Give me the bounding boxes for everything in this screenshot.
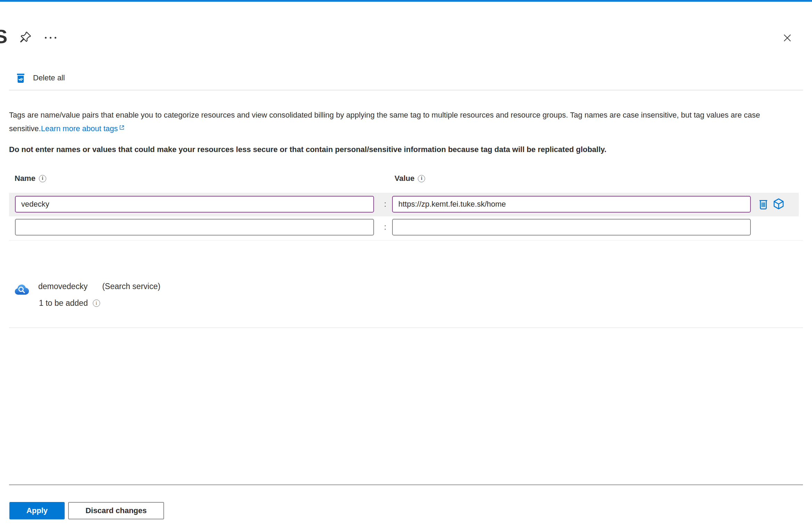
delete-all-icon bbox=[15, 73, 26, 83]
close-button[interactable] bbox=[781, 32, 793, 44]
more-options-button[interactable] bbox=[42, 35, 58, 40]
tags-description: Tags are name/value pairs that enable yo… bbox=[9, 109, 806, 135]
tags-warning: Do not enter names or values that could … bbox=[9, 144, 806, 156]
value-info-icon[interactable]: i bbox=[418, 175, 425, 182]
learn-more-link[interactable]: Learn more about tags bbox=[41, 124, 118, 133]
top-accent-bar bbox=[0, 0, 812, 2]
discard-changes-button[interactable]: Discard changes bbox=[68, 502, 164, 519]
name-column-header: Name i bbox=[15, 174, 46, 183]
toolbar-divider bbox=[9, 90, 803, 90]
resource-status-label: 1 to be added bbox=[39, 298, 88, 308]
tag-value-input[interactable] bbox=[392, 196, 751, 213]
resource-divider bbox=[9, 327, 803, 328]
footer-divider bbox=[9, 484, 803, 485]
pin-button[interactable] bbox=[18, 30, 33, 45]
search-service-icon bbox=[14, 282, 31, 297]
trash-icon bbox=[757, 198, 769, 211]
delete-tag-button[interactable] bbox=[757, 197, 770, 211]
external-link-icon bbox=[119, 121, 125, 134]
value-header-label: Value bbox=[395, 174, 414, 183]
delete-all-button[interactable]: Delete all bbox=[15, 71, 65, 85]
resource-type: (Search service) bbox=[102, 282, 160, 291]
close-icon bbox=[782, 33, 793, 43]
new-tag-name-input[interactable] bbox=[15, 219, 374, 236]
page-title-partial: S bbox=[0, 25, 7, 48]
name-value-separator: : bbox=[381, 223, 389, 232]
ellipsis-icon bbox=[45, 37, 47, 39]
ellipsis-icon bbox=[50, 37, 51, 39]
apply-button[interactable]: Apply bbox=[9, 502, 65, 519]
rows-divider bbox=[9, 240, 803, 241]
delete-all-label: Delete all bbox=[33, 73, 65, 82]
ellipsis-icon bbox=[55, 37, 56, 39]
value-column-header: Value i bbox=[395, 174, 425, 183]
name-header-label: Name bbox=[15, 174, 35, 183]
cube-icon bbox=[772, 197, 785, 211]
tag-name-input[interactable] bbox=[15, 196, 374, 213]
name-info-icon[interactable]: i bbox=[39, 175, 46, 182]
new-tag-value-input[interactable] bbox=[392, 219, 751, 236]
resource-tag-button[interactable] bbox=[772, 197, 785, 211]
resource-summary: demovedecky (Search service) bbox=[14, 282, 160, 297]
name-value-separator: : bbox=[381, 200, 389, 209]
resource-name: demovedecky bbox=[38, 282, 88, 291]
status-info-icon[interactable]: i bbox=[93, 300, 100, 307]
pin-icon bbox=[18, 30, 32, 44]
resource-status: 1 to be added i bbox=[39, 298, 100, 308]
